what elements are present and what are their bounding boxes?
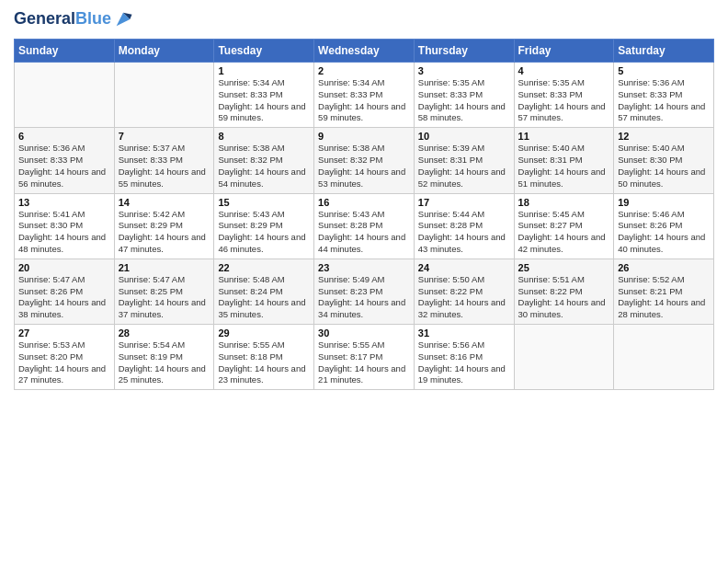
day-info: Sunrise: 5:43 AMSunset: 8:28 PMDaylight:… xyxy=(318,209,410,256)
calendar-cell: 15Sunrise: 5:43 AMSunset: 8:29 PMDayligh… xyxy=(214,193,314,259)
calendar-cell xyxy=(114,63,214,128)
weekday-header-row: SundayMondayTuesdayWednesdayThursdayFrid… xyxy=(15,40,714,63)
day-number: 1 xyxy=(218,65,310,76)
day-info: Sunrise: 5:51 AMSunset: 8:22 PMDaylight:… xyxy=(518,274,610,321)
day-number: 22 xyxy=(218,262,310,273)
day-info: Sunrise: 5:55 AMSunset: 8:17 PMDaylight:… xyxy=(318,339,410,386)
calendar-cell: 14Sunrise: 5:42 AMSunset: 8:29 PMDayligh… xyxy=(114,193,214,259)
calendar-cell: 27Sunrise: 5:53 AMSunset: 8:20 PMDayligh… xyxy=(15,325,115,390)
day-number: 21 xyxy=(119,262,210,273)
logo: GeneralBlue xyxy=(14,9,133,29)
day-number: 2 xyxy=(318,65,410,76)
weekday-saturday: Saturday xyxy=(614,40,714,63)
day-info: Sunrise: 5:40 AMSunset: 8:30 PMDaylight:… xyxy=(618,143,710,190)
weekday-wednesday: Wednesday xyxy=(314,40,415,63)
weekday-tuesday: Tuesday xyxy=(214,40,314,63)
day-number: 3 xyxy=(418,65,510,76)
calendar-cell: 13Sunrise: 5:41 AMSunset: 8:30 PMDayligh… xyxy=(15,193,115,259)
calendar-cell: 29Sunrise: 5:55 AMSunset: 8:18 PMDayligh… xyxy=(214,325,314,390)
day-info: Sunrise: 5:45 AMSunset: 8:27 PMDaylight:… xyxy=(518,209,610,256)
calendar-table: SundayMondayTuesdayWednesdayThursdayFrid… xyxy=(14,39,714,390)
day-info: Sunrise: 5:54 AMSunset: 8:19 PMDaylight:… xyxy=(119,339,210,386)
day-number: 13 xyxy=(18,197,110,208)
day-number: 20 xyxy=(18,262,110,273)
calendar-cell: 3Sunrise: 5:35 AMSunset: 8:33 PMDaylight… xyxy=(414,63,514,128)
calendar-cell: 9Sunrise: 5:38 AMSunset: 8:32 PMDaylight… xyxy=(314,128,415,193)
day-info: Sunrise: 5:46 AMSunset: 8:26 PMDaylight:… xyxy=(618,209,710,256)
calendar-cell: 4Sunrise: 5:35 AMSunset: 8:33 PMDaylight… xyxy=(514,63,614,128)
day-info: Sunrise: 5:35 AMSunset: 8:33 PMDaylight:… xyxy=(518,77,610,124)
calendar-cell: 30Sunrise: 5:55 AMSunset: 8:17 PMDayligh… xyxy=(314,325,415,390)
day-info: Sunrise: 5:47 AMSunset: 8:26 PMDaylight:… xyxy=(18,274,110,321)
day-number: 26 xyxy=(618,262,710,273)
calendar-cell: 25Sunrise: 5:51 AMSunset: 8:22 PMDayligh… xyxy=(514,259,614,324)
week-row-4: 20Sunrise: 5:47 AMSunset: 8:26 PMDayligh… xyxy=(15,259,714,324)
day-info: Sunrise: 5:56 AMSunset: 8:16 PMDaylight:… xyxy=(418,339,510,386)
day-number: 16 xyxy=(318,197,410,208)
weekday-friday: Friday xyxy=(514,40,614,63)
calendar-cell: 19Sunrise: 5:46 AMSunset: 8:26 PMDayligh… xyxy=(614,193,714,259)
calendar-cell: 12Sunrise: 5:40 AMSunset: 8:30 PMDayligh… xyxy=(614,128,714,193)
calendar-cell: 7Sunrise: 5:37 AMSunset: 8:33 PMDaylight… xyxy=(114,128,214,193)
logo-text: GeneralBlue xyxy=(14,10,111,29)
week-row-3: 13Sunrise: 5:41 AMSunset: 8:30 PMDayligh… xyxy=(15,193,714,259)
day-number: 14 xyxy=(119,197,210,208)
day-number: 11 xyxy=(518,131,610,142)
day-number: 18 xyxy=(518,197,610,208)
weekday-sunday: Sunday xyxy=(15,40,115,63)
day-info: Sunrise: 5:52 AMSunset: 8:21 PMDaylight:… xyxy=(618,274,710,321)
day-info: Sunrise: 5:44 AMSunset: 8:28 PMDaylight:… xyxy=(418,209,510,256)
calendar-cell xyxy=(614,325,714,390)
day-number: 8 xyxy=(218,131,310,142)
calendar-cell: 1Sunrise: 5:34 AMSunset: 8:33 PMDaylight… xyxy=(214,63,314,128)
page: GeneralBlue SundayMondayTuesdayWednesday… xyxy=(0,0,728,563)
calendar-cell: 16Sunrise: 5:43 AMSunset: 8:28 PMDayligh… xyxy=(314,193,415,259)
day-info: Sunrise: 5:55 AMSunset: 8:18 PMDaylight:… xyxy=(218,339,310,386)
calendar-cell: 11Sunrise: 5:40 AMSunset: 8:31 PMDayligh… xyxy=(514,128,614,193)
calendar-cell: 8Sunrise: 5:38 AMSunset: 8:32 PMDaylight… xyxy=(214,128,314,193)
calendar-cell: 6Sunrise: 5:36 AMSunset: 8:33 PMDaylight… xyxy=(15,128,115,193)
day-info: Sunrise: 5:40 AMSunset: 8:31 PMDaylight:… xyxy=(518,143,610,190)
day-info: Sunrise: 5:37 AMSunset: 8:33 PMDaylight:… xyxy=(119,143,210,190)
week-row-2: 6Sunrise: 5:36 AMSunset: 8:33 PMDaylight… xyxy=(15,128,714,193)
calendar-cell: 31Sunrise: 5:56 AMSunset: 8:16 PMDayligh… xyxy=(414,325,514,390)
day-info: Sunrise: 5:38 AMSunset: 8:32 PMDaylight:… xyxy=(218,143,310,190)
day-number: 9 xyxy=(318,131,410,142)
header: GeneralBlue xyxy=(14,9,714,29)
day-number: 6 xyxy=(18,131,110,142)
calendar-cell: 22Sunrise: 5:48 AMSunset: 8:24 PMDayligh… xyxy=(214,259,314,324)
day-number: 28 xyxy=(119,327,210,339)
calendar-cell: 18Sunrise: 5:45 AMSunset: 8:27 PMDayligh… xyxy=(514,193,614,259)
day-info: Sunrise: 5:48 AMSunset: 8:24 PMDaylight:… xyxy=(218,274,310,321)
day-number: 29 xyxy=(218,327,310,339)
calendar-cell: 28Sunrise: 5:54 AMSunset: 8:19 PMDayligh… xyxy=(114,325,214,390)
calendar-cell: 23Sunrise: 5:49 AMSunset: 8:23 PMDayligh… xyxy=(314,259,415,324)
day-info: Sunrise: 5:53 AMSunset: 8:20 PMDaylight:… xyxy=(18,339,110,386)
day-number: 30 xyxy=(318,327,410,339)
day-number: 27 xyxy=(18,327,110,339)
day-info: Sunrise: 5:38 AMSunset: 8:32 PMDaylight:… xyxy=(318,143,410,190)
day-info: Sunrise: 5:34 AMSunset: 8:33 PMDaylight:… xyxy=(218,77,310,124)
day-number: 5 xyxy=(618,65,710,76)
calendar-cell: 17Sunrise: 5:44 AMSunset: 8:28 PMDayligh… xyxy=(414,193,514,259)
day-number: 17 xyxy=(418,197,510,208)
day-number: 4 xyxy=(518,65,610,76)
day-number: 31 xyxy=(418,327,510,339)
week-row-1: 1Sunrise: 5:34 AMSunset: 8:33 PMDaylight… xyxy=(15,63,714,128)
day-info: Sunrise: 5:41 AMSunset: 8:30 PMDaylight:… xyxy=(18,209,110,256)
day-info: Sunrise: 5:35 AMSunset: 8:33 PMDaylight:… xyxy=(418,77,510,124)
calendar-cell: 5Sunrise: 5:36 AMSunset: 8:33 PMDaylight… xyxy=(614,63,714,128)
day-info: Sunrise: 5:39 AMSunset: 8:31 PMDaylight:… xyxy=(418,143,510,190)
weekday-thursday: Thursday xyxy=(414,40,514,63)
day-info: Sunrise: 5:50 AMSunset: 8:22 PMDaylight:… xyxy=(418,274,510,321)
day-number: 12 xyxy=(618,131,710,142)
calendar-cell xyxy=(15,63,115,128)
calendar-cell: 24Sunrise: 5:50 AMSunset: 8:22 PMDayligh… xyxy=(414,259,514,324)
day-info: Sunrise: 5:49 AMSunset: 8:23 PMDaylight:… xyxy=(318,274,410,321)
logo-icon xyxy=(113,9,133,29)
day-info: Sunrise: 5:47 AMSunset: 8:25 PMDaylight:… xyxy=(119,274,210,321)
calendar-cell xyxy=(514,325,614,390)
day-number: 24 xyxy=(418,262,510,273)
day-info: Sunrise: 5:36 AMSunset: 8:33 PMDaylight:… xyxy=(618,77,710,124)
week-row-5: 27Sunrise: 5:53 AMSunset: 8:20 PMDayligh… xyxy=(15,325,714,390)
